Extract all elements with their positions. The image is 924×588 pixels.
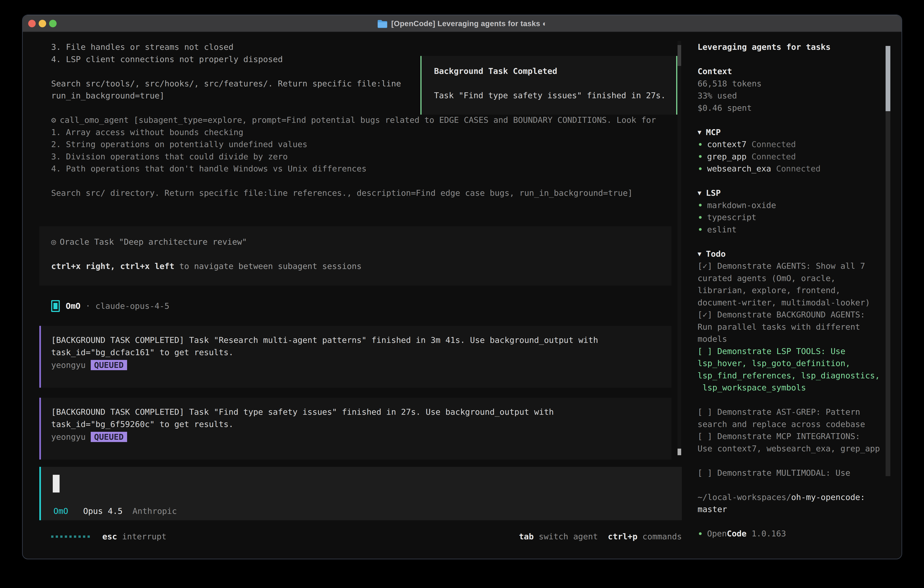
context-used: 33% used: [698, 89, 882, 102]
gear-icon: ⚙: [51, 115, 56, 125]
lsp-item: markdown-oxide: [698, 199, 882, 211]
activity-dot-icon: [87, 535, 90, 538]
context-section: Context 66,518 tokens 33% used $0.46 spe…: [698, 65, 882, 114]
zoom-button-icon[interactable]: [49, 20, 57, 27]
minimize-button-icon[interactable]: [39, 20, 46, 27]
lsp-item: eslint: [698, 223, 882, 236]
terminal-window: [OpenCode] Leveraging agents for tasks ◐…: [22, 15, 902, 559]
lsp-section: ▼ LSP markdown-oxide typescript eslint: [698, 187, 882, 236]
mcp-heading-row[interactable]: ▼ MCP: [698, 126, 882, 139]
main-scrollbar[interactable]: [678, 41, 681, 455]
activity-dot-icon: [60, 535, 63, 538]
mcp-status: Connected: [751, 150, 796, 163]
todo-heading-row[interactable]: ▼ Todo: [698, 248, 882, 260]
notification-title: Background Task Completed: [434, 65, 676, 77]
status-bar: esc interrupt tab switch agent ctrl+p co…: [51, 530, 682, 543]
session-sidebar: Leveraging agents for tasks Context 66,5…: [694, 32, 902, 559]
green-dot-icon: [699, 228, 702, 231]
lsp-name: markdown-oxide: [707, 199, 776, 211]
background-task-message: [BACKGROUND TASK COMPLETED] Task "Resear…: [40, 326, 672, 388]
mcp-item: websearch_exa Connected: [698, 163, 882, 175]
activity-dot-icon: [51, 535, 53, 538]
task-user: yeongyu: [51, 359, 86, 371]
task-message-text: [BACKGROUND TASK COMPLETED] Task "Find t…: [51, 406, 672, 430]
agent-avatar-icon: [51, 300, 60, 312]
notification-body: Task "Find type safety issues" finished …: [434, 89, 676, 102]
lsp-name: typescript: [707, 211, 756, 223]
green-dot-icon: [699, 155, 702, 158]
lsp-item: typescript: [698, 211, 882, 223]
tool-call-header: call_omo_agent [subagent_type=explore, p…: [60, 115, 656, 125]
mcp-name: websearch_exa: [707, 163, 771, 175]
workspace-path-prefix: ~/local-workspaces/: [698, 492, 791, 502]
brand-suffix: Code: [727, 527, 747, 540]
lsp-heading-row[interactable]: ▼ LSP: [698, 187, 882, 199]
tab-action-label: switch agent: [539, 530, 598, 543]
text-cursor: [53, 475, 59, 492]
oracle-task-box: ◎Oracle Task "Deep architecture review" …: [40, 226, 672, 286]
version-number: 1.0.163: [751, 527, 786, 540]
record-circle-icon: ◎: [51, 237, 56, 246]
mcp-heading: MCP: [706, 126, 721, 139]
todo-done-items: [✓] Demonstrate AGENTS: Show all 7 curat…: [698, 260, 882, 345]
workspace-branch: master: [698, 503, 882, 515]
context-spent: $0.46 spent: [698, 102, 882, 114]
separator-dot: ·: [86, 300, 91, 312]
traffic-lights: [28, 15, 57, 31]
chevron-down-icon: ▼: [698, 126, 701, 139]
scrollbar-thumb[interactable]: [678, 449, 681, 455]
todo-pending-item: [ ] Demonstrate MULTIMODAL: Use: [698, 467, 882, 479]
esc-key-hint: esc: [102, 530, 117, 543]
oracle-shortcut-keys: ctrl+x right, ctrl+x left: [51, 261, 174, 271]
folder-icon: [377, 19, 388, 28]
status-badge: QUEUED: [91, 432, 127, 442]
tab-key-hint: tab: [519, 530, 534, 543]
sidebar-scrollbar[interactable]: [886, 46, 890, 476]
activity-dot-icon: [78, 535, 81, 538]
task-user: yeongyu: [51, 431, 86, 443]
esc-action-label: interrupt: [122, 530, 167, 543]
activity-dots: [51, 535, 90, 538]
context-tokens: 66,518 tokens: [698, 78, 882, 90]
tool-call-body: 1. Array access without bounds checking …: [51, 126, 675, 199]
version-footer: OpenCode 1.0.163: [698, 527, 882, 540]
lsp-heading: LSP: [706, 187, 721, 199]
background-task-message: [BACKGROUND TASK COMPLETED] Task "Find t…: [40, 398, 672, 459]
agent-model: claude-opus-4-5: [96, 300, 169, 312]
composer-model-row: OmO Opus 4.5 Anthropic: [53, 505, 177, 517]
brand-prefix: Open: [707, 527, 727, 540]
tool-call-block: ⚙call_omo_agent [subagent_type=explore, …: [51, 114, 675, 199]
todo-heading: Todo: [706, 248, 726, 260]
mcp-item: grep_app Connected: [698, 150, 882, 163]
green-dot-icon: [699, 532, 702, 535]
activity-dot-icon: [83, 535, 85, 538]
task-message-text: [BACKGROUND TASK COMPLETED] Task "Resear…: [51, 334, 672, 358]
window-titlebar[interactable]: [OpenCode] Leveraging agents for tasks ◐: [23, 15, 901, 32]
close-button-icon[interactable]: [28, 20, 36, 27]
chevron-down-icon: ▼: [698, 248, 701, 260]
ctrlp-action-label: commands: [642, 530, 682, 543]
scrollbar-thumb[interactable]: [678, 45, 681, 66]
scrollbar-thumb[interactable]: [886, 46, 890, 111]
composer-agent-name: OmO: [53, 506, 68, 516]
activity-dot-icon: [56, 535, 58, 538]
green-dot-icon: [699, 204, 702, 206]
window-title: [OpenCode] Leveraging agents for tasks ◐: [391, 19, 547, 28]
prompt-input[interactable]: OmO Opus 4.5 Anthropic: [40, 467, 682, 520]
oracle-task-title: Oracle Task "Deep architecture review": [60, 237, 247, 246]
mcp-name: grep_app: [707, 150, 746, 163]
composer-model-name: Opus 4.5: [83, 506, 122, 516]
oracle-shortcut-hint: to navigate between subagent sessions: [174, 261, 362, 271]
todo-active-item: [ ] Demonstrate LSP TOOLS: Use lsp_hover…: [698, 345, 882, 394]
activity-dot-icon: [69, 535, 72, 538]
mcp-status: Connected: [751, 138, 796, 150]
mcp-status: Connected: [776, 163, 820, 175]
composer-provider-name: Anthropic: [132, 506, 177, 516]
green-dot-icon: [699, 216, 702, 219]
mcp-section: ▼ MCP context7 Connected grep_app Connec…: [698, 126, 882, 175]
todo-section: ▼ Todo [✓] Demonstrate AGENTS: Show all …: [698, 248, 882, 394]
workspace-repo: oh-my-opencode:: [791, 492, 865, 502]
todo-pending-items: [ ] Demonstrate AST-GREP: Pattern search…: [698, 406, 882, 454]
session-title: Leveraging agents for tasks: [698, 41, 882, 53]
ctrlp-key-hint: ctrl+p: [608, 530, 637, 543]
